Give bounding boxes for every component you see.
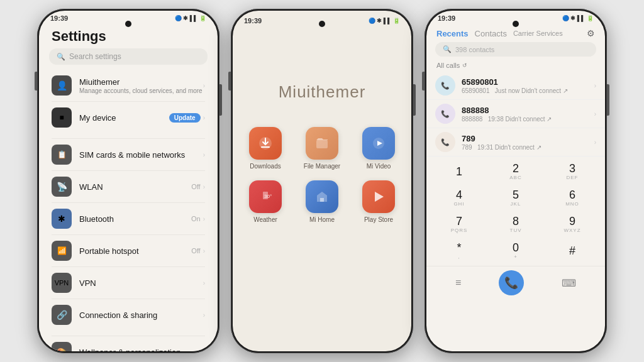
settings-search-bar[interactable]: 🔍 Search settings [49,48,208,65]
svg-rect-6 [320,198,324,202]
mydevice-label: My device [79,113,169,123]
dial-key-1[interactable]: 1 [431,159,487,184]
dialpad-grid: 1 2ABC 3DEF 4GHI 5JKL 6MNO 7PQRS 8TUV 9W… [431,159,600,263]
call-info-2: 888888 888888 19:38 Didn't connect ↗ [462,106,594,123]
settings-item-wallpaper[interactable]: 🎨 Wallpaper & personalization › [39,336,218,351]
settings-item-wlan[interactable]: 📡 WLAN Off › [39,171,218,202]
status-icons-3: 🔵 ✱ ▌▌ 🔋 [562,15,594,21]
mivideo-icon [362,127,395,160]
bluetooth-chevron: › [203,216,205,222]
bluetooth-label: Bluetooth [79,214,191,224]
mihome-icon [306,180,338,213]
tab-recents[interactable]: Recents [436,29,469,38]
dial-key-2[interactable]: 2ABC [488,159,543,184]
call-item-3[interactable]: 📞 789 789 19:31 Didn't connect ↗ › [426,128,605,156]
wlan-right: Off › [191,183,205,190]
mihome-label: Mi Home [309,216,335,224]
dial-key-hash[interactable]: # [545,238,600,263]
phone-contacts: 19:39 🔵 ✱ ▌▌ 🔋 Recents Contacts Carrier … [425,9,607,353]
settings-item-sim[interactable]: 📋 SIM cards & mobile networks › [39,139,218,170]
settings-item-bluetooth[interactable]: ✱ Bluetooth On › [39,203,218,234]
svg-rect-1 [316,140,328,148]
tab-carrier[interactable]: Carrier Services [513,30,563,37]
call-chevron-2: › [594,111,596,118]
search-placeholder: Search settings [69,52,121,61]
update-badge[interactable]: Update [169,113,201,123]
call-avatar-1: 📞 [435,75,455,96]
menu-icon[interactable]: ≡ [455,277,461,288]
app-item-mihome[interactable]: Mi Home [300,180,344,224]
dial-key-star[interactable]: *, [431,238,487,263]
hotspot-icon: 📶 [52,241,72,261]
app-item-mivideo[interactable]: Mi Video [357,127,401,170]
all-calls-label: All calls ↺ [426,60,605,72]
search-icon: 🔍 [57,53,65,61]
app-item-playstore[interactable]: Play Store [357,180,401,224]
bluetooth-status: On [191,215,201,222]
dial-key-8[interactable]: 8TUV [488,212,543,237]
wlan-status: Off [191,183,200,190]
call-item-2[interactable]: 📞 888888 888888 19:38 Didn't connect ↗ › [426,100,605,128]
settings-title: Settings [39,23,218,48]
settings-item-mydevice[interactable]: ■ My device Update › [39,102,218,133]
call-info-3: 789 789 19:31 Didn't connect ↗ [462,134,594,151]
contacts-search[interactable]: 🔍 398 contacts [435,42,596,57]
call-info-1: 65890801 65890801 Just now Didn't connec… [462,77,594,94]
chevron-icon-2: › [203,114,205,121]
dial-key-6[interactable]: 6MNO [545,185,600,211]
miuithemer-icon: 👤 [52,75,72,96]
weather-icon: 30° [249,180,282,213]
call-item-1[interactable]: 📞 65890801 65890801 Just now Didn't conn… [426,72,605,100]
bluetooth-right: On › [191,215,205,222]
call-button[interactable]: 📞 [499,270,524,295]
tab-group: Recents Contacts Carrier Services [436,29,563,38]
connection-icon: 🔗 [52,305,72,325]
vpn-chevron: › [203,280,205,287]
settings-item-connection[interactable]: 🔗 Connection & sharing › [39,299,218,331]
playstore-icon [362,180,395,213]
gear-icon[interactable]: ⚙ [587,28,595,38]
miuithemer-label: Miuithemer [79,77,203,87]
wlan-icon: 📡 [52,177,72,197]
miuithemer-text: Miuithemer Manage accounts, cloud servic… [79,77,203,94]
app-item-weather[interactable]: 30° Weather [243,180,287,224]
dial-key-3[interactable]: 3DEF [545,159,600,184]
dial-key-5[interactable]: 5JKL [488,185,543,211]
dialpad: 1 2ABC 3DEF 4GHI 5JKL 6MNO 7PQRS 8TUV 9W… [426,156,605,266]
connection-chevron: › [203,312,205,319]
wallpaper-chevron: › [203,349,205,352]
chevron-icon: › [203,82,205,89]
status-time-3: 19:39 [438,14,455,22]
tab-contacts[interactable]: Contacts [475,29,507,38]
call-avatar-2: 📞 [435,104,455,124]
wallpaper-text: Wallpaper & personalization [79,348,203,352]
hotspot-text: Portable hotspot [79,246,191,256]
status-time-1: 19:39 [50,14,68,22]
settings-item-hotspot[interactable]: 📶 Portable hotspot Off › [39,235,218,266]
punch-hole-2 [319,21,325,27]
hotspot-status: Off [191,247,200,255]
weather-label: Weather [253,216,277,224]
settings-item-vpn[interactable]: VPN VPN › [39,267,218,299]
settings-item-miuithemer[interactable]: 👤 Miuithemer Manage accounts, cloud serv… [39,70,218,101]
app-item-filemanager[interactable]: File Manager [300,127,344,170]
punch-hole-3 [513,21,519,27]
miui-screen: 19:39 🔵 ✱ ▌▌ 🔋 Miuithemer Downloads File… [233,11,411,351]
call-number-2: 888888 [462,106,594,115]
call-number-1: 65890801 [462,77,594,87]
dial-key-7[interactable]: 7PQRS [431,212,487,237]
app-item-downloads[interactable]: Downloads [243,127,287,170]
wlan-label: WLAN [79,182,191,192]
dial-key-9[interactable]: 9WXYZ [545,212,600,237]
hotspot-label: Portable hotspot [79,246,191,256]
mydevice-icon: ■ [52,107,72,128]
app-grid: Downloads File Manager Mi Video 3 [243,127,401,224]
wallpaper-icon: 🎨 [52,342,72,351]
dial-key-4[interactable]: 4GHI [431,185,487,211]
status-time-2: 19:39 [244,17,262,25]
keypad-icon[interactable]: ⌨ [562,277,576,289]
vpn-text: VPN [79,278,203,288]
bluetooth-icon: ✱ [52,209,72,229]
dial-key-0[interactable]: 0+ [488,238,543,263]
status-icons-2: 🔵 ✱ ▌▌ 🔋 [369,18,400,24]
